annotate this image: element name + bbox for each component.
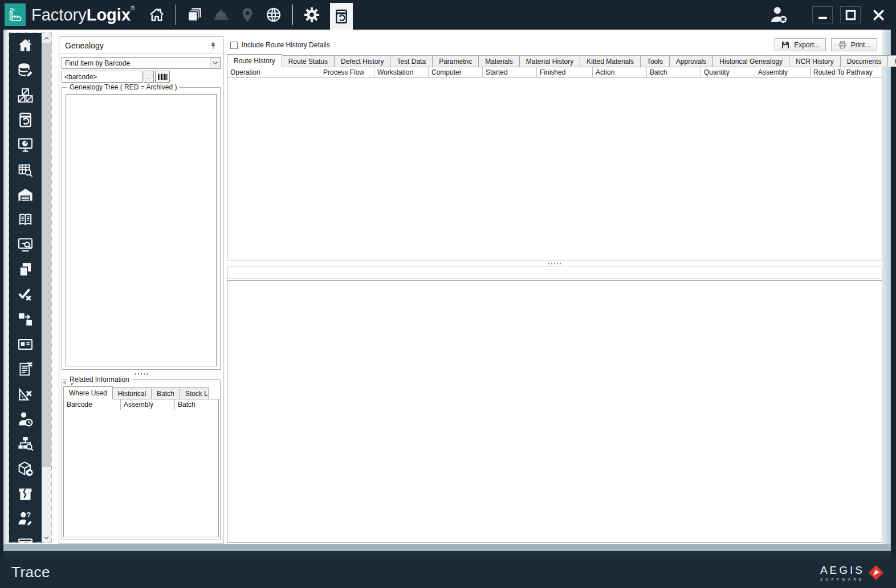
client-area: ? Genealogy Find Item by Barcode ... Gen… <box>3 30 891 557</box>
database-edit-icon[interactable] <box>9 58 42 83</box>
column-header[interactable]: Workstation <box>374 67 429 77</box>
scroll-up-icon[interactable] <box>42 33 51 43</box>
include-route-history-checkbox[interactable] <box>230 42 238 49</box>
barcode-scan-button[interactable] <box>155 71 170 83</box>
group-legend: Related Information <box>67 375 132 383</box>
detail-tab[interactable]: Parametric <box>433 55 479 67</box>
column-header[interactable]: Process Flow <box>320 67 374 77</box>
related-tab[interactable]: Historical <box>113 387 152 399</box>
package-damaged-icon[interactable] <box>9 481 42 506</box>
window-frame-bottom <box>3 544 891 557</box>
vendor-name: AEGIS <box>820 564 865 577</box>
monitor-search-icon[interactable] <box>9 232 42 258</box>
document-copy-icon[interactable] <box>9 257 42 282</box>
detail-tab[interactable]: Approvals <box>670 55 713 67</box>
warehouse-icon[interactable] <box>9 182 42 207</box>
titlebar-nav <box>144 0 353 30</box>
column-header[interactable]: Quantity <box>701 67 755 77</box>
route-history-grid-header: OperationProcess FlowWorkstationComputer… <box>227 67 882 77</box>
close-button[interactable] <box>868 6 889 23</box>
detail-tab[interactable]: Certifications <box>888 55 896 67</box>
column-header[interactable]: Batch <box>647 67 701 77</box>
verify-check-icon[interactable] <box>9 282 42 307</box>
detail-lower-panel[interactable] <box>227 280 882 543</box>
detail-tab[interactable]: Defect History <box>335 55 390 67</box>
minimize-button[interactable] <box>812 6 833 23</box>
documentation-book-icon[interactable] <box>9 207 42 232</box>
detail-tab[interactable]: Route Status <box>282 55 335 67</box>
hierarchy-search-icon[interactable] <box>9 431 42 456</box>
material-crates-icon[interactable] <box>9 83 42 108</box>
transfer-box-icon[interactable] <box>9 307 42 332</box>
scroll-down-icon[interactable] <box>42 533 51 542</box>
route-history-grid-body[interactable] <box>227 77 882 260</box>
maximize-button[interactable] <box>840 6 861 23</box>
floppy-disk-icon <box>781 40 790 50</box>
browse-button[interactable]: ... <box>144 71 154 83</box>
column-header[interactable]: Finished <box>537 67 593 77</box>
related-grid-body[interactable] <box>63 410 219 537</box>
checklist-remove-icon[interactable] <box>9 357 42 382</box>
sidebar-scrollbar[interactable] <box>42 33 51 542</box>
detail-tab[interactable]: Material History <box>520 55 580 67</box>
column-header[interactable]: Assembly <box>755 67 811 77</box>
dashboard-icon[interactable] <box>9 133 42 158</box>
measure-cancel-icon[interactable] <box>9 382 42 407</box>
column-header[interactable]: Action <box>593 67 647 77</box>
grid-search-icon[interactable] <box>9 157 42 182</box>
aegis-diamond-icon <box>868 564 885 581</box>
column-header[interactable]: Assembly <box>121 399 175 410</box>
column-header[interactable]: Computer <box>429 67 483 77</box>
home-icon[interactable] <box>9 33 42 58</box>
detail-tab[interactable]: Route History <box>227 54 282 67</box>
pin-icon[interactable] <box>209 42 217 50</box>
aegis-logo: AEGIS SOFTWARE <box>820 564 885 581</box>
related-tab[interactable]: Batch <box>152 387 180 399</box>
barcode-input[interactable] <box>62 71 142 83</box>
export-button[interactable]: Export... <box>775 38 826 51</box>
related-tab[interactable]: Stock Lo <box>180 387 209 399</box>
detail-tab[interactable]: Materials <box>479 55 520 67</box>
scroll-left-icon[interactable] <box>62 380 66 385</box>
column-header[interactable]: Batch <box>175 399 218 410</box>
trace-module-icon[interactable] <box>330 3 353 30</box>
related-tab[interactable]: Where Used <box>63 386 113 399</box>
horizontal-splitter[interactable] <box>227 260 882 267</box>
column-header[interactable]: Routed To Pathway <box>811 67 882 77</box>
scrollbar-thumb[interactable] <box>42 43 51 467</box>
detail-tab[interactable]: Documents <box>841 55 889 67</box>
titlebar-divider <box>292 5 293 25</box>
find-mode-select[interactable]: Find Item by Barcode <box>62 57 221 69</box>
terminal-icon[interactable] <box>9 531 42 542</box>
print-button[interactable]: Print... <box>831 38 877 51</box>
package-add-icon[interactable] <box>9 456 42 481</box>
home-icon[interactable] <box>148 6 166 24</box>
barcode-search-row: ... <box>62 71 221 83</box>
panel-title: Genealogy <box>65 41 104 50</box>
module-name: Trace <box>11 564 50 581</box>
id-card-icon[interactable] <box>9 332 42 357</box>
factorylogix-logo <box>5 3 26 26</box>
detail-tab[interactable]: Kitted Materials <box>580 55 641 67</box>
user-logout-icon[interactable] <box>769 5 788 24</box>
group-legend: Genealogy Tree ( RED = Archived ) <box>67 83 179 91</box>
genealogy-panel: Genealogy Find Item by Barcode ... Genea… <box>59 36 223 544</box>
related-information-group: Related Information Where UsedHistorical… <box>62 379 221 540</box>
column-header[interactable]: Operation <box>227 67 320 77</box>
genealogy-tree[interactable] <box>66 94 217 366</box>
globe-icon[interactable] <box>264 6 283 24</box>
include-route-history-label: Include Route History Details <box>242 41 330 49</box>
person-time-icon[interactable] <box>9 406 42 431</box>
detail-tab[interactable]: Historical Genealogy <box>713 55 789 67</box>
detail-tab[interactable]: Test Data <box>390 55 433 67</box>
detail-tab[interactable]: NCR History <box>789 55 841 67</box>
person-question-icon[interactable]: ? <box>9 506 42 531</box>
column-header[interactable]: Started <box>483 67 537 77</box>
barcode-icon <box>157 72 168 81</box>
settings-gear-icon[interactable] <box>303 6 321 24</box>
trace-history-icon[interactable] <box>9 108 42 133</box>
detail-tab[interactable]: Tools <box>641 55 670 67</box>
chevron-down-icon[interactable] <box>210 58 220 68</box>
documents-icon[interactable] <box>186 6 204 24</box>
column-header[interactable]: Barcode <box>64 399 121 410</box>
